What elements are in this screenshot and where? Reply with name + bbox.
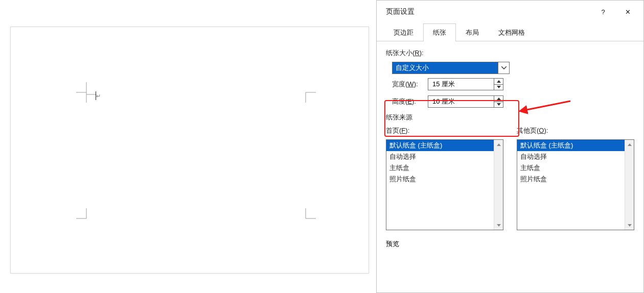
scroll-down-icon[interactable] xyxy=(625,221,634,230)
first-page-listbox[interactable]: 默认纸盒 (主纸盒) 自动选择 主纸盒 照片纸盒 xyxy=(386,139,503,230)
paper-source-section: 首页(F): 默认纸盒 (主纸盒) 自动选择 主纸盒 照片纸盒 xyxy=(386,126,634,230)
crop-mark-bl xyxy=(76,208,97,229)
height-label: 高度(E): xyxy=(392,97,424,106)
list-item[interactable]: 主纸盒 xyxy=(386,162,494,174)
tab-strip: 页边距 纸张 布局 文档网格 xyxy=(377,23,643,41)
close-button[interactable]: ✕ xyxy=(616,4,639,20)
height-step-up[interactable] xyxy=(494,96,503,102)
tab-paper[interactable]: 纸张 xyxy=(423,23,456,41)
width-label: 宽度(W): xyxy=(392,80,424,89)
height-step-down[interactable] xyxy=(494,102,503,108)
paper-size-value: 自定义大小 xyxy=(393,62,498,74)
tab-margins[interactable]: 页边距 xyxy=(384,23,423,41)
first-page-label: 首页(F): xyxy=(386,126,503,135)
scroll-up-icon[interactable] xyxy=(625,140,634,149)
tab-grid[interactable]: 文档网格 xyxy=(489,23,535,41)
width-spinner[interactable]: 15 厘米 xyxy=(428,78,503,90)
list-item[interactable]: 默认纸盒 (主纸盒) xyxy=(517,140,625,151)
scrollbar[interactable] xyxy=(494,140,503,230)
first-page-col: 首页(F): 默认纸盒 (主纸盒) 自动选择 主纸盒 照片纸盒 xyxy=(386,126,503,230)
dialog-title: 页面设置 xyxy=(386,7,415,16)
text-cursor: ↵ xyxy=(96,93,101,99)
scroll-down-icon[interactable] xyxy=(494,221,503,230)
crop-mark-br xyxy=(295,208,316,229)
page-setup-dialog: 页面设置 ? ✕ 页边距 纸张 布局 文档网格 纸张大小(R): 自定义大小 宽… xyxy=(376,0,644,293)
help-button[interactable]: ? xyxy=(591,4,615,20)
crop-mark-tl xyxy=(76,82,97,103)
paper-source-label: 纸张来源 xyxy=(386,113,634,122)
dialog-titlebar: 页面设置 ? ✕ xyxy=(377,1,643,23)
list-item[interactable]: 照片纸盒 xyxy=(386,174,494,185)
list-item[interactable]: 自动选择 xyxy=(386,151,494,162)
width-row: 宽度(W): 15 厘米 xyxy=(392,78,634,90)
width-step-up[interactable] xyxy=(494,79,503,84)
chevron-down-icon[interactable] xyxy=(498,62,509,74)
width-step-down[interactable] xyxy=(494,84,503,90)
list-item[interactable]: 默认纸盒 (主纸盒) xyxy=(386,140,494,151)
paper-size-combo[interactable]: 自定义大小 xyxy=(392,62,510,74)
other-pages-col: 其他页(O): 默认纸盒 (主纸盒) 自动选择 主纸盒 照片纸盒 xyxy=(517,126,634,230)
height-spinner[interactable]: 10 厘米 xyxy=(428,95,503,108)
preview-label: 预览 xyxy=(386,239,634,249)
height-value: 10 厘米 xyxy=(428,96,494,107)
tab-body-paper: 纸张大小(R): 自定义大小 宽度(W): 15 厘米 xyxy=(377,41,643,249)
other-pages-label: 其他页(O): xyxy=(517,126,634,135)
list-item[interactable]: 照片纸盒 xyxy=(517,174,625,185)
scrollbar[interactable] xyxy=(625,140,634,230)
list-item[interactable]: 自动选择 xyxy=(517,151,625,162)
scroll-up-icon[interactable] xyxy=(494,140,503,149)
crop-mark-tr xyxy=(295,82,316,103)
other-pages-listbox[interactable]: 默认纸盒 (主纸盒) 自动选择 主纸盒 照片纸盒 xyxy=(517,139,634,230)
tab-layout[interactable]: 布局 xyxy=(456,23,489,41)
width-spinner-buttons xyxy=(494,79,503,90)
height-spinner-buttons xyxy=(494,96,503,107)
document-preview: ↵ xyxy=(10,27,369,274)
height-row: 高度(E): 10 厘米 xyxy=(392,95,634,108)
paper-size-label: 纸张大小(R): xyxy=(386,48,634,58)
title-controls: ? ✕ xyxy=(591,4,639,20)
width-value: 15 厘米 xyxy=(428,79,494,90)
list-item[interactable]: 主纸盒 xyxy=(517,162,625,174)
